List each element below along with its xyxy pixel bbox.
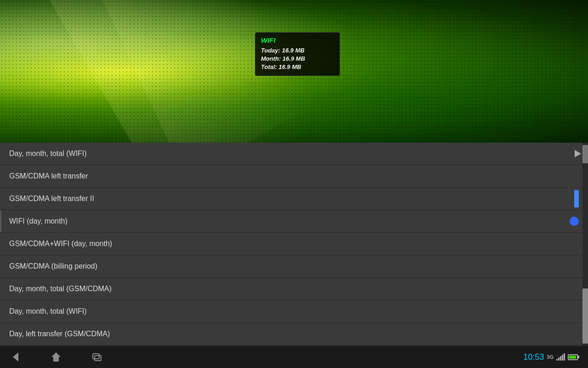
scrollbar-thumb-top[interactable] xyxy=(582,145,588,163)
list-item-label: GSM/CDMA left transfer II xyxy=(9,195,94,203)
status-network: 3G xyxy=(547,354,554,360)
triangle-indicator xyxy=(575,150,581,157)
list-item-label: WIFI (day, month) xyxy=(9,217,68,225)
left-accent xyxy=(0,210,1,232)
list-item[interactable]: Day, month, total (WIFI) xyxy=(0,300,588,323)
svg-marker-1 xyxy=(51,352,61,362)
list-item-label: GSM/CDMA (billing period) xyxy=(9,262,97,270)
list-item[interactable]: GSM/CDMA left transfer xyxy=(0,165,588,188)
wallpaper-streak-1 xyxy=(23,0,320,143)
list-item-label: GSM/CDMA+WIFI (day, month) xyxy=(9,240,112,248)
svg-marker-0 xyxy=(13,352,18,362)
scrollbar-track[interactable] xyxy=(582,143,588,346)
home-button[interactable] xyxy=(50,351,62,363)
svg-rect-2 xyxy=(93,354,99,359)
blue-bar-indicator xyxy=(574,190,579,207)
list-item-label: Day, left transfer (GSM/CDMA) xyxy=(9,330,110,338)
wifi-info-card: WIFI Today: 16.9 MB Month: 16.9 MB Total… xyxy=(255,32,340,76)
wifi-today-row: Today: 16.9 MB xyxy=(261,47,334,54)
home-icon xyxy=(50,351,62,363)
blue-dot-indicator xyxy=(570,217,579,226)
wallpaper-streak-2 xyxy=(92,0,314,143)
list-item[interactable]: Day, left transfer (GSM/CDMA) xyxy=(0,323,588,345)
wallpaper: WIFI Today: 16.9 MB Month: 16.9 MB Total… xyxy=(0,0,588,143)
recents-icon xyxy=(90,351,103,363)
signal-icon xyxy=(556,353,565,361)
back-button[interactable] xyxy=(9,351,22,363)
list-item[interactable]: GSM/CDMA+WIFI (day, month) xyxy=(0,233,588,255)
list-item[interactable]: Day, month, total (GSM/CDMA) xyxy=(0,278,588,300)
svg-rect-3 xyxy=(95,356,101,361)
wifi-total-row: Total: 16.9 MB xyxy=(261,63,334,70)
nav-buttons xyxy=(9,351,523,363)
navigation-bar: 10:53 3G xyxy=(0,346,588,368)
recents-button[interactable] xyxy=(90,351,103,363)
status-time: 10:53 xyxy=(523,352,544,362)
back-icon xyxy=(9,351,22,363)
list-item[interactable]: Day, month, total (WIFI) xyxy=(0,143,588,165)
scrollbar-thumb-bottom[interactable] xyxy=(582,288,588,344)
list-item-label: Day, month, total (GSM/CDMA) xyxy=(9,285,112,293)
battery-icon xyxy=(568,354,579,360)
list-item[interactable]: GSM/CDMA (billing period) xyxy=(0,255,588,278)
list-item[interactable]: GSM/CDMA left transfer II xyxy=(0,188,588,210)
list-item-label: GSM/CDMA left transfer xyxy=(9,172,88,180)
list-item-label: Day, month, total (WIFI) xyxy=(9,150,87,158)
status-bar: 10:53 3G xyxy=(523,352,579,362)
list-item[interactable]: WIFI (day, month) xyxy=(0,210,588,233)
list-item-label: Day, month, total (WIFI) xyxy=(9,307,87,316)
wifi-month-row: Month: 16.9 MB xyxy=(261,55,334,62)
wifi-card-title: WIFI xyxy=(261,36,334,44)
widget-list: Day, month, total (WIFI)GSM/CDMA left tr… xyxy=(0,143,588,346)
